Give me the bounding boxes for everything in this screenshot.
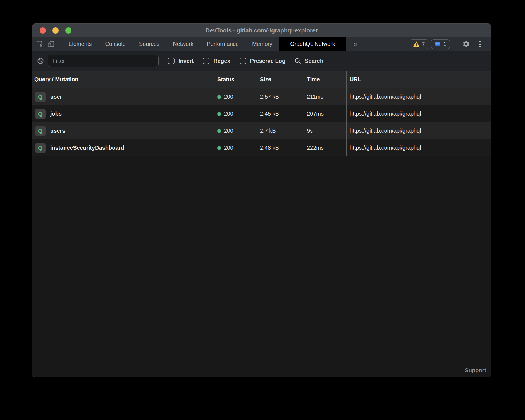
regex-checkbox[interactable] <box>203 58 209 64</box>
status-code: 200 <box>224 94 233 100</box>
response-time: 9s <box>304 128 346 134</box>
filter-bar: Invert Regex Preserve Log Search <box>32 51 491 71</box>
table-row[interactable]: Q jobs 200 2.45 kB 207ms https://gitlab.… <box>32 105 491 122</box>
issues-count: 1 <box>443 41 446 47</box>
minimize-button[interactable] <box>52 27 59 34</box>
response-size: 2.57 kB <box>257 94 304 100</box>
empty-table-area: Support <box>32 156 491 377</box>
query-name: user <box>50 94 62 100</box>
table-header-row: Query / Mutation Status Size Time URL <box>32 71 491 88</box>
toolbar-separator <box>59 40 59 48</box>
devtools-toolbar: Elements Console Sources Network Perform… <box>32 37 491 51</box>
response-time: 211ms <box>304 94 346 100</box>
status-ok-dot-icon <box>217 95 221 99</box>
query-type-badge: Q <box>35 143 46 153</box>
status-ok-dot-icon <box>217 112 221 116</box>
traffic-lights <box>40 27 71 34</box>
status-code: 200 <box>224 128 233 134</box>
vertical-dots-icon <box>479 40 481 48</box>
clear-requests-button[interactable] <box>35 57 46 65</box>
column-header-status[interactable]: Status <box>214 76 257 83</box>
toolbar-right-controls: 7 1 <box>410 37 486 51</box>
table-row[interactable]: Q user 200 2.57 kB 211ms https://gitlab.… <box>32 88 491 105</box>
table-row[interactable]: Q instanceSecurityDashboard 200 2.48 kB … <box>32 139 491 156</box>
message-bubble-icon <box>435 41 441 47</box>
warning-triangle-icon <box>413 41 419 47</box>
query-type-badge: Q <box>35 109 46 119</box>
warnings-count: 7 <box>422 41 425 47</box>
column-header-url[interactable]: URL <box>346 76 491 83</box>
warnings-badge[interactable]: 7 <box>410 39 429 49</box>
preserve-log-checkbox-group[interactable]: Preserve Log <box>240 58 286 64</box>
block-circle-icon <box>37 57 44 65</box>
toggle-device-toolbar-button[interactable] <box>46 37 57 51</box>
tab-performance[interactable]: Performance <box>200 37 246 51</box>
search-icon <box>294 58 301 65</box>
settings-button[interactable] <box>460 37 472 51</box>
search-control[interactable]: Search <box>294 58 323 65</box>
status-ok-dot-icon <box>217 129 221 133</box>
request-url: https://gitlab.com/api/graphql <box>346 94 491 100</box>
devtools-window: DevTools - gitlab.com/-/graphql-explorer <box>32 23 491 377</box>
gear-icon <box>462 40 470 48</box>
window-title: DevTools - gitlab.com/-/graphql-explorer <box>32 27 491 34</box>
device-toolbar-icon <box>47 40 55 48</box>
inspect-cursor-icon <box>36 40 44 48</box>
requests-table: Query / Mutation Status Size Time URL Q … <box>32 71 491 377</box>
preserve-log-checkbox[interactable] <box>240 58 246 64</box>
query-name: users <box>50 128 65 134</box>
tab-console[interactable]: Console <box>98 37 132 51</box>
title-bar: DevTools - gitlab.com/-/graphql-explorer <box>32 24 491 37</box>
more-tabs-chevron-icon[interactable]: » <box>346 40 365 48</box>
regex-checkbox-group[interactable]: Regex <box>203 58 230 64</box>
status-code: 200 <box>224 111 233 117</box>
tab-graphql-network[interactable]: GraphQL Network <box>279 37 346 51</box>
support-link[interactable]: Support <box>465 367 486 374</box>
status-code: 200 <box>224 145 233 151</box>
preserve-log-label: Preserve Log <box>250 58 286 64</box>
tab-elements[interactable]: Elements <box>62 37 98 51</box>
status-ok-dot-icon <box>217 146 221 150</box>
issues-badge[interactable]: 1 <box>431 39 450 49</box>
toolbar-right-separator <box>455 40 455 48</box>
close-button[interactable] <box>40 27 46 34</box>
invert-checkbox[interactable] <box>168 58 175 64</box>
column-header-query-mutation[interactable]: Query / Mutation <box>32 76 214 83</box>
more-options-button[interactable] <box>474 37 486 51</box>
response-time: 207ms <box>304 111 346 117</box>
column-header-time[interactable]: Time <box>304 76 346 83</box>
zoom-button[interactable] <box>65 27 71 34</box>
response-time: 222ms <box>304 145 346 151</box>
tab-network[interactable]: Network <box>166 37 200 51</box>
tab-memory[interactable]: Memory <box>245 37 279 51</box>
filter-input[interactable] <box>48 55 159 67</box>
response-size: 2.45 kB <box>257 111 304 117</box>
query-name: jobs <box>50 111 62 117</box>
query-type-badge: Q <box>35 92 46 102</box>
inspect-element-button[interactable] <box>34 37 46 51</box>
search-label: Search <box>305 58 323 64</box>
response-size: 2.7 kB <box>257 128 304 134</box>
invert-checkbox-group[interactable]: Invert <box>168 58 194 64</box>
query-name: instanceSecurityDashboard <box>50 145 124 151</box>
column-header-size[interactable]: Size <box>257 76 304 83</box>
table-row[interactable]: Q users 200 2.7 kB 9s https://gitlab.com… <box>32 122 491 139</box>
request-url: https://gitlab.com/api/graphql <box>346 128 491 134</box>
regex-label: Regex <box>213 58 230 64</box>
query-type-badge: Q <box>35 126 46 136</box>
tab-sources[interactable]: Sources <box>132 37 166 51</box>
response-size: 2.48 kB <box>257 145 304 151</box>
invert-label: Invert <box>178 58 194 64</box>
request-url: https://gitlab.com/api/graphql <box>346 111 491 117</box>
request-url: https://gitlab.com/api/graphql <box>346 145 491 151</box>
